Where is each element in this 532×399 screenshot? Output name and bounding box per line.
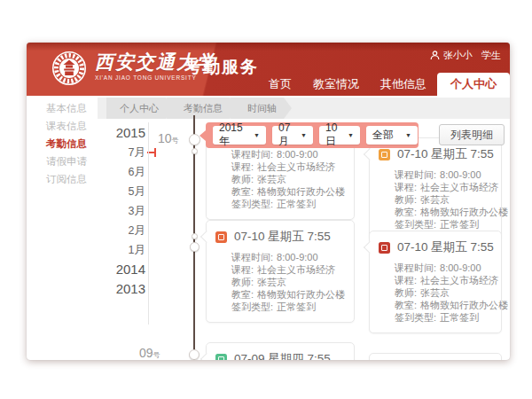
- card-title: 07-10 星期五 7:55: [397, 239, 494, 255]
- card-detail-line: 课程时间:8:00-9:00: [231, 148, 345, 160]
- day-dropdown-value: 10日: [325, 121, 342, 149]
- year-dropdown-value: 2015年: [219, 121, 248, 149]
- card-detail-line: 教师:张芸京: [395, 286, 492, 299]
- breadcrumb-personal-center[interactable]: 个人中心: [106, 98, 174, 119]
- day-dropdown[interactable]: 10日▼: [319, 126, 360, 145]
- detail-label: 教室:: [231, 289, 254, 300]
- attendance-card[interactable]: 07-10 星期五 7:55 课程时间:8:00-9:00课程:社会主义市场经济…: [369, 231, 502, 333]
- chevron-down-icon: ▼: [405, 132, 411, 138]
- app-header: 西安交通大学 XI'AN JIAO TONG UNIVERSITY 考勤服务 张…: [27, 43, 510, 96]
- detail-label: 教师:: [395, 194, 417, 205]
- card-detail-line: 签到类型:正常签到: [395, 311, 492, 324]
- sidebar-item-basic-info[interactable]: 基本信息: [27, 99, 98, 117]
- scale-2015[interactable]: 2015: [85, 123, 145, 143]
- card-detail-line: 教师:张芸京: [395, 193, 492, 206]
- attendance-card[interactable]: 07-10 星期五 7:55 课程时间:8:00-9:00课程:社会主义市场经济…: [206, 220, 355, 323]
- university-emblem-icon: [51, 51, 87, 86]
- user-icon: [430, 51, 440, 60]
- detail-label: 教师:: [231, 277, 254, 287]
- detail-value: 正常签到: [440, 312, 479, 323]
- timeline-node[interactable]: [190, 242, 200, 252]
- timeline-node[interactable]: [192, 233, 198, 239]
- detail-value: 社会主义市场经济: [257, 161, 335, 172]
- day-number: 09: [139, 346, 153, 360]
- detail-label: 签到类型:: [231, 199, 273, 209]
- detail-label: 课程时间:: [395, 169, 436, 180]
- card-detail-line: 签到类型:正常签到: [231, 198, 345, 210]
- card-detail-line: 课程时间:8:00-9:00: [395, 262, 492, 274]
- card-detail-line: 签到类型:正常签到: [231, 301, 345, 313]
- detail-label: 教师:: [231, 174, 254, 184]
- detail-value: 8:00-9:00: [277, 149, 317, 160]
- detail-value: 社会主义市场经济: [420, 182, 498, 192]
- card-title: 07-10 星期五 7:55: [234, 229, 331, 245]
- user-role: 学生: [481, 49, 501, 62]
- card-header: 07-10 星期五 7:55: [370, 231, 501, 259]
- attendance-type-icon: [379, 149, 390, 160]
- scale-2013[interactable]: 2013: [85, 279, 145, 299]
- detail-label: 课程时间:: [231, 252, 273, 262]
- month-dropdown[interactable]: 07月▼: [272, 126, 313, 145]
- card-detail-line: 课程:社会主义市场经济: [395, 181, 492, 193]
- card-body: 课程时间:8:00-9:00课程:社会主义市场经济教师:张芸京教室:格物致知行政…: [370, 259, 501, 332]
- scale-separator: [148, 122, 149, 325]
- scale-may[interactable]: 5月: [85, 182, 145, 201]
- detail-value: 张芸京: [257, 277, 286, 287]
- card-detail-line: 课程时间:8:00-9:00: [231, 251, 345, 263]
- card-detail-line: 教师:张芸京: [231, 276, 345, 288]
- day-number: 10: [158, 131, 172, 145]
- detail-value: 8:00-9:00: [277, 252, 317, 262]
- day-label-10: 10号: [158, 131, 179, 145]
- detail-value: 格物致知行政办公楼: [420, 300, 508, 310]
- detail-label: 课程:: [231, 264, 254, 275]
- timeline-node[interactable]: [189, 134, 200, 145]
- detail-value: 格物致知行政办公楼: [257, 289, 345, 300]
- card-header: 07-09 星期四 7:55: [207, 343, 354, 360]
- scale-2014[interactable]: 2014: [85, 260, 145, 279]
- main-nav: 首页 教室情况 其他信息 个人中心: [258, 73, 510, 96]
- scale-february[interactable]: 2月: [85, 221, 145, 240]
- breadcrumb-attendance-info[interactable]: 考勤信息: [167, 98, 238, 119]
- category-dropdown-value: 全部: [372, 128, 394, 143]
- card-detail-line: 签到类型:正常签到: [395, 218, 492, 231]
- detail-value: 8:00-9:00: [440, 262, 481, 273]
- nav-classrooms[interactable]: 教室情况: [302, 73, 370, 96]
- card-title: 07-10 星期五 7:55: [397, 146, 494, 162]
- card-title: 07-09 星期四 7:55: [234, 351, 331, 360]
- timeline-node[interactable]: [189, 349, 200, 360]
- attendance-type-icon: [215, 354, 227, 361]
- detail-label: 教室:: [395, 300, 417, 310]
- scale-january[interactable]: 1月: [85, 240, 145, 260]
- attendance-card[interactable]: 07-10 星期五 7:55 课程时间:8:00-9:00课程:社会主义市场经济…: [369, 137, 502, 240]
- detail-value: 格物致知行政办公楼: [257, 186, 345, 197]
- attendance-card[interactable]: 07-09 星期四 7:55: [206, 342, 355, 360]
- scale-june[interactable]: 6月: [85, 162, 145, 182]
- nav-other-info[interactable]: 其他信息: [370, 73, 437, 96]
- attendance-card-partial[interactable]: [369, 353, 502, 360]
- card-detail-line: 教室:格物致知行政办公楼: [395, 299, 492, 311]
- breadcrumb-timeline[interactable]: 时间轴: [231, 98, 292, 119]
- day-suffix: 号: [172, 137, 179, 145]
- user-info[interactable]: 张小小 学生: [430, 49, 501, 62]
- scale-july[interactable]: 7月: [85, 143, 145, 162]
- year-dropdown[interactable]: 2015年▼: [213, 126, 266, 145]
- detail-value: 格物致知行政办公楼: [420, 207, 508, 217]
- user-name: 张小小: [443, 49, 473, 62]
- scale-july-label: 7月: [129, 146, 145, 159]
- card-detail-line: 课程:社会主义市场经济: [231, 263, 345, 276]
- chevron-down-icon: ▼: [348, 132, 354, 138]
- timeline-scale: 2015 7月 6月 5月 3月 2月 1月 2014 2013: [85, 123, 145, 299]
- detail-label: 课程时间:: [231, 149, 273, 160]
- list-detail-button[interactable]: 列表明细: [439, 124, 505, 145]
- detail-value: 张芸京: [257, 174, 286, 184]
- app-title: 考勤服务: [184, 56, 259, 79]
- attendance-type-icon: [379, 242, 390, 254]
- nav-personal-center[interactable]: 个人中心: [437, 73, 510, 96]
- scale-march[interactable]: 3月: [85, 201, 145, 221]
- nav-home[interactable]: 首页: [258, 73, 302, 96]
- detail-label: 教室:: [231, 186, 254, 197]
- detail-value: 8:00-9:00: [440, 169, 481, 180]
- timeline-node[interactable]: [192, 148, 198, 154]
- date-filter-bar: 2015年▼ 07月▼ 10日▼ 全部▼: [206, 122, 419, 148]
- category-dropdown[interactable]: 全部▼: [366, 126, 418, 145]
